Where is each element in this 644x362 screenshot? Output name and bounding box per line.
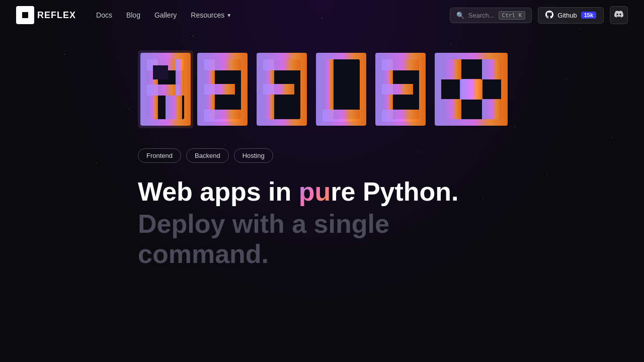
github-icon xyxy=(545,11,553,20)
svg-rect-34 xyxy=(382,84,413,95)
search-shortcut: Ctrl K xyxy=(499,11,526,20)
svg-rect-35 xyxy=(382,110,419,122)
discord-icon xyxy=(614,10,623,21)
hero-heading: Web apps in pure Python. xyxy=(138,177,644,207)
nav-blog[interactable]: Blog xyxy=(126,11,140,19)
nav-links: Docs Blog Gallery Resources ▼ xyxy=(96,11,434,19)
logo-wordmark: REFLEX xyxy=(37,10,76,21)
svg-rect-24 xyxy=(263,59,300,70)
tags-row: Frontend Backend Hosting xyxy=(138,148,644,163)
svg-rect-20 xyxy=(204,110,241,122)
svg-rect-39 xyxy=(482,59,501,79)
chevron-down-icon: ▼ xyxy=(226,13,231,18)
github-stars: 15k xyxy=(581,12,596,19)
svg-rect-41 xyxy=(441,99,461,119)
svg-rect-43 xyxy=(460,79,482,100)
github-label: Github xyxy=(557,12,577,19)
logo[interactable]: REFLEX xyxy=(16,6,76,24)
logo-box xyxy=(16,6,34,24)
nav-resources[interactable]: Resources ▼ xyxy=(191,11,231,19)
github-button[interactable]: Github 15k xyxy=(538,7,604,24)
tag-frontend[interactable]: Frontend xyxy=(138,148,181,163)
nav-right: 🔍 Search... Ctrl K Github 15k xyxy=(450,6,628,24)
svg-rect-18 xyxy=(204,59,241,70)
svg-rect-42 xyxy=(482,99,501,119)
tag-backend[interactable]: Backend xyxy=(186,148,229,163)
hero-section: Frontend Backend Hosting Web apps in pur… xyxy=(0,30,644,269)
heading-highlight: pu xyxy=(299,177,331,206)
nav-gallery[interactable]: Gallery xyxy=(154,11,177,19)
svg-rect-25 xyxy=(263,84,294,95)
search-icon: 🔍 xyxy=(456,12,464,19)
svg-rect-10 xyxy=(147,84,180,96)
nav-docs[interactable]: Docs xyxy=(96,11,112,19)
svg-rect-13 xyxy=(166,96,182,119)
svg-rect-29 xyxy=(323,110,360,122)
svg-rect-14 xyxy=(153,65,168,79)
hero-logo xyxy=(138,50,644,130)
svg-rect-38 xyxy=(441,59,461,79)
svg-rect-4 xyxy=(22,12,28,18)
search-box[interactable]: 🔍 Search... Ctrl K xyxy=(450,8,532,23)
search-placeholder: Search... xyxy=(468,12,495,19)
svg-rect-11 xyxy=(176,59,184,96)
svg-rect-19 xyxy=(204,84,235,95)
navbar: REFLEX Docs Blog Gallery Resources ▼ 🔍 S… xyxy=(0,0,644,30)
discord-button[interactable] xyxy=(610,6,628,24)
svg-rect-33 xyxy=(382,59,419,70)
hero-subheading: Deploy with a singlecommand. xyxy=(138,209,644,269)
tag-hosting[interactable]: Hosting xyxy=(234,148,273,163)
